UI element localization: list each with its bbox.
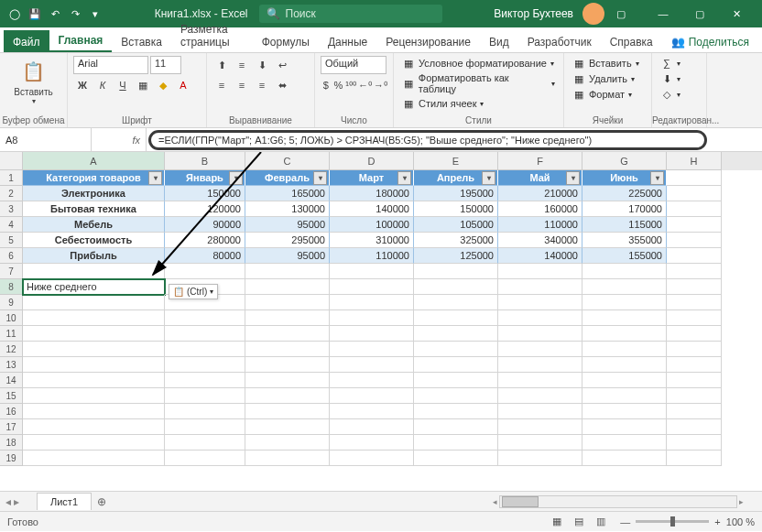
col-header-H[interactable]: H (667, 152, 722, 170)
minimize-button[interactable]: — (645, 1, 681, 27)
row-header-5[interactable]: 5 (0, 233, 23, 248)
cell-D10[interactable] (330, 310, 414, 326)
underline-button[interactable]: Ч (114, 76, 132, 94)
cell-G12[interactable] (582, 342, 667, 357)
cell-C16[interactable] (245, 404, 330, 419)
cell-C18[interactable] (245, 435, 330, 451)
cell-H3[interactable] (667, 201, 722, 217)
cell-F10[interactable] (498, 310, 582, 326)
cell-C11[interactable] (245, 326, 330, 342)
cell-E1[interactable]: Апрель (414, 170, 498, 186)
cell-B4[interactable]: 90000 (165, 217, 245, 233)
cell-D1[interactable]: Март (330, 170, 414, 186)
cell-H8[interactable] (667, 279, 722, 295)
normal-view-button[interactable]: ▦ (547, 514, 567, 530)
cell-B14[interactable] (165, 373, 245, 388)
cell-D2[interactable]: 180000 (330, 186, 414, 201)
cell-A17[interactable] (23, 419, 165, 435)
cell-B11[interactable] (165, 326, 245, 342)
cell-A3[interactable]: Бытовая техника (23, 201, 165, 217)
row-header-18[interactable]: 18 (0, 435, 23, 451)
cell-B16[interactable] (165, 404, 245, 419)
cell-H15[interactable] (667, 388, 722, 404)
cell-F5[interactable]: 340000 (498, 233, 582, 248)
bold-button[interactable]: Ж (73, 76, 92, 94)
hscroll-left-icon[interactable]: ◂ (493, 497, 497, 506)
cell-D4[interactable]: 100000 (330, 217, 414, 233)
cell-G16[interactable] (582, 404, 667, 419)
cell-D15[interactable] (330, 388, 414, 404)
col-header-C[interactable]: C (245, 152, 330, 170)
cell-F3[interactable]: 160000 (498, 201, 582, 217)
cell-G14[interactable] (582, 373, 667, 388)
row-header-9[interactable]: 9 (0, 295, 23, 310)
fx-icon[interactable]: fx (132, 135, 140, 146)
number-format-select[interactable]: Общий (321, 56, 386, 74)
col-header-E[interactable]: E (414, 152, 498, 170)
cell-F4[interactable]: 110000 (498, 217, 582, 233)
cell-G18[interactable] (582, 435, 667, 451)
cell-E8[interactable] (414, 279, 498, 295)
row-header-7[interactable]: 7 (0, 264, 23, 279)
cell-G2[interactable]: 225000 (582, 186, 667, 201)
row-header-10[interactable]: 10 (0, 310, 23, 326)
cell-E11[interactable] (414, 326, 498, 342)
align-left-button[interactable]: ≡ (212, 76, 231, 94)
fill-color-button[interactable]: ◆ (154, 76, 172, 94)
horizontal-scrollbar[interactable] (499, 495, 737, 508)
cell-D11[interactable] (330, 326, 414, 342)
cell-C2[interactable]: 165000 (245, 186, 330, 201)
cell-E13[interactable] (414, 357, 498, 373)
decrease-decimal-button[interactable]: →⁰ (374, 76, 387, 94)
cell-H14[interactable] (667, 373, 722, 388)
cell-F14[interactable] (498, 373, 582, 388)
cell-A7[interactable] (23, 264, 165, 279)
delete-cells-button[interactable]: ▦Удалить▾ (570, 71, 646, 86)
col-header-A[interactable]: A (23, 152, 165, 170)
cell-B12[interactable] (165, 342, 245, 357)
row-header-17[interactable]: 17 (0, 419, 23, 435)
zoom-slider[interactable] (636, 520, 709, 523)
maximize-button[interactable]: ▢ (681, 1, 718, 27)
cell-A4[interactable]: Мебель (23, 217, 165, 233)
cell-B13[interactable] (165, 357, 245, 373)
cell-C15[interactable] (245, 388, 330, 404)
cell-B5[interactable]: 280000 (165, 233, 245, 248)
cell-G5[interactable]: 355000 (582, 233, 667, 248)
cell-E10[interactable] (414, 310, 498, 326)
cell-D17[interactable] (330, 419, 414, 435)
share-button[interactable]: 👥 Поделиться (662, 30, 758, 52)
cell-H12[interactable] (667, 342, 722, 357)
row-header-1[interactable]: 1 (0, 170, 23, 186)
cell-A16[interactable] (23, 404, 165, 419)
cell-D14[interactable] (330, 373, 414, 388)
cell-F16[interactable] (498, 404, 582, 419)
cell-A1[interactable]: Категория товаров (23, 170, 165, 186)
cell-C6[interactable]: 95000 (245, 248, 330, 264)
cell-B19[interactable] (165, 451, 245, 466)
col-header-B[interactable]: B (165, 152, 245, 170)
tab-insert[interactable]: Вставка (112, 30, 171, 52)
cell-G4[interactable]: 115000 (582, 217, 667, 233)
cell-E3[interactable]: 150000 (414, 201, 498, 217)
zoom-level-label[interactable]: 100 % (726, 516, 755, 527)
row-header-8[interactable]: 8 (0, 279, 23, 295)
cell-G13[interactable] (582, 357, 667, 373)
cell-B15[interactable] (165, 388, 245, 404)
cell-A12[interactable] (23, 342, 165, 357)
formula-input[interactable]: =ЕСЛИ(ГПР("Март"; A1:G6; 5; ЛОЖЬ) > СРЗН… (148, 130, 707, 150)
cell-H10[interactable] (667, 310, 722, 326)
cell-D12[interactable] (330, 342, 414, 357)
cell-D5[interactable]: 310000 (330, 233, 414, 248)
cell-E15[interactable] (414, 388, 498, 404)
cell-D3[interactable]: 140000 (330, 201, 414, 217)
cell-H11[interactable] (667, 326, 722, 342)
cell-C8[interactable] (245, 279, 330, 295)
cell-C1[interactable]: Февраль (245, 170, 330, 186)
cell-G7[interactable] (582, 264, 667, 279)
cell-F2[interactable]: 210000 (498, 186, 582, 201)
cell-H17[interactable] (667, 419, 722, 435)
cell-A8[interactable]: Ниже среднего (23, 279, 165, 295)
cell-F18[interactable] (498, 435, 582, 451)
row-header-16[interactable]: 16 (0, 404, 23, 419)
